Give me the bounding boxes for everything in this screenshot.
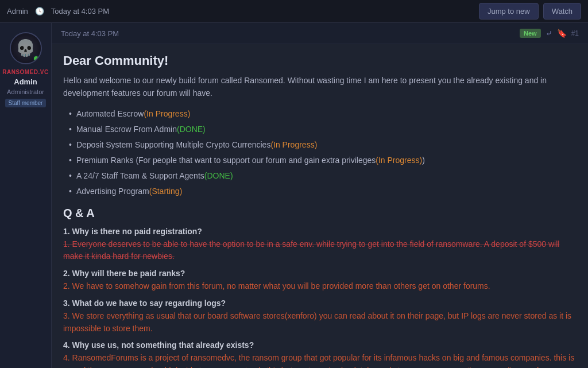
qa-question-1: 1. Why is there no paid registration? [63, 227, 577, 236]
sidebar: 💀 RANSOMED.VC Admin Administrator Staff … [0, 23, 52, 368]
avatar: 💀 [10, 32, 42, 64]
post-timestamp: Today at 4:03 PM [61, 29, 119, 38]
watch-button[interactable]: Watch [543, 3, 581, 20]
feature-text-5: A 24/7 Staff Team & Support Agents [76, 170, 204, 182]
new-badge: New [520, 29, 541, 38]
qa-question-3: 3. What do we have to say regarding logs… [63, 299, 577, 308]
feature-status-3: (In Progress) [270, 139, 317, 151]
feature-text-3: Deposit System Supporting Multiple Crypt… [76, 139, 270, 151]
list-item: Manual Escrow From Admin (DONE) [69, 123, 577, 135]
bookmark-icon[interactable]: 🔖 [557, 29, 567, 38]
post-title: Dear Community! [63, 53, 577, 68]
top-bar-right: Jump to new Watch [479, 3, 581, 20]
admin-label: Admin [7, 7, 28, 16]
online-indicator [33, 55, 40, 62]
feature-status-1: (In Progress) [144, 108, 190, 120]
post-header: Today at 4:03 PM New ⤶ 🔖 #1 [52, 23, 588, 44]
qa-question-4: 4. Why use us, not something that alread… [63, 340, 577, 350]
feature-text-6: Advertising Program [76, 185, 149, 197]
share-icon[interactable]: ⤶ [546, 29, 552, 38]
avatar-skull-icon: 💀 [16, 40, 36, 56]
staff-badge: Staff member [5, 99, 47, 107]
list-item: Premium Ranks (For people that want to s… [69, 154, 577, 166]
clock-icon: 🕓 [35, 7, 44, 16]
content-area: Today at 4:03 PM New ⤶ 🔖 #1 Dear Communi… [52, 23, 588, 368]
qa-title: Q & A [63, 207, 577, 220]
site-logo: RANSOMED.VC [2, 69, 49, 75]
qa-section: Q & A 1. Why is there no paid registrati… [63, 207, 577, 368]
qa-answer-1: 1. Everyone deserves to be able to have … [63, 238, 577, 263]
post-body: Dear Community! Hello and welcome to our… [52, 44, 588, 368]
post-intro: Hello and welcome to our newly build for… [63, 74, 577, 100]
sidebar-username: Admin [14, 78, 37, 86]
post-actions: New ⤶ 🔖 #1 [520, 29, 579, 38]
feature-text-4: Premium Ranks (For people that want to s… [76, 154, 376, 166]
list-item: Advertising Program (Starting) [69, 185, 577, 197]
jump-to-new-button[interactable]: Jump to new [479, 3, 539, 20]
qa-answer-4: 4. RansomedForums is a project of ransom… [63, 352, 577, 368]
list-item: A 24/7 Staff Team & Support Agents (DONE… [69, 170, 577, 182]
feature-status-2: (DONE) [177, 123, 206, 135]
feature-status-6: (Starting) [149, 185, 183, 197]
feature-status-4: (In Progress) [376, 154, 422, 166]
feature-status-5: (DONE) [204, 170, 233, 182]
qa-question-2: 2. Why will there be paid ranks? [63, 269, 577, 278]
timestamp-label: Today at 4:03 PM [51, 7, 109, 16]
feature-list: Automated Escrow (In Progress) Manual Es… [63, 108, 577, 197]
qa-answer-2: 2. We have to somehow gain from this for… [63, 280, 577, 293]
top-bar-left: Admin 🕓 Today at 4:03 PM [7, 7, 109, 16]
feature-text-2: Manual Escrow From Admin [76, 123, 177, 135]
list-item: Deposit System Supporting Multiple Crypt… [69, 139, 577, 151]
qa-answer-3: 3. We store everything as usual that our… [63, 310, 577, 335]
user-profile: 💀 RANSOMED.VC Admin Administrator Staff … [2, 32, 49, 107]
main-layout: 💀 RANSOMED.VC Admin Administrator Staff … [0, 23, 588, 368]
post-number: #1 [571, 29, 579, 37]
sidebar-role: Administrator [7, 88, 44, 95]
list-item: Automated Escrow (In Progress) [69, 108, 577, 120]
feature-text-1: Automated Escrow [76, 108, 144, 120]
feature-suffix-4: ) [422, 154, 425, 166]
top-bar: Admin 🕓 Today at 4:03 PM Jump to new Wat… [0, 0, 588, 23]
